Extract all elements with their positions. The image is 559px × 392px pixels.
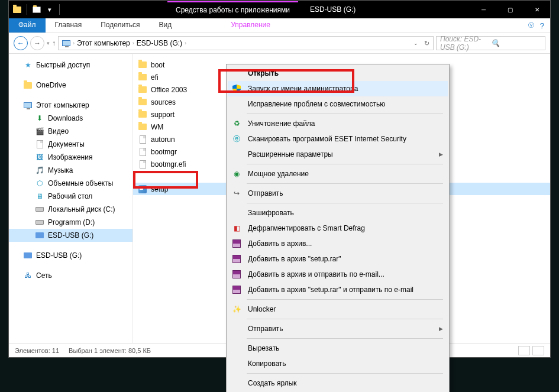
sidebar-programm-drive[interactable]: Programm (D:) bbox=[9, 216, 133, 229]
desktop-icon: 🖥 bbox=[35, 192, 44, 201]
download-icon: ⬇ bbox=[35, 114, 44, 123]
minimize-button[interactable]: ─ bbox=[470, 1, 497, 18]
rar-icon bbox=[231, 238, 242, 249]
cm-send-to-2[interactable]: Отправить▶ bbox=[228, 321, 448, 336]
document-icon bbox=[35, 140, 44, 149]
sidebar-desktop[interactable]: 🖥Рабочий стол bbox=[9, 190, 133, 203]
cm-add-archive[interactable]: Добавить в архив... bbox=[228, 236, 448, 251]
sidebar-onedrive[interactable]: OneDrive bbox=[9, 79, 133, 92]
shield-icon bbox=[231, 83, 242, 94]
folder-icon bbox=[138, 85, 147, 95]
pc-icon bbox=[23, 101, 33, 110]
folder-icon bbox=[138, 98, 147, 107]
cloud-icon bbox=[23, 80, 33, 90]
view-details-button[interactable] bbox=[518, 346, 530, 355]
search-input[interactable]: Поиск: ESD-USB (G:) 🔍 bbox=[436, 36, 545, 50]
sidebar-downloads[interactable]: ⬇Downloads bbox=[9, 112, 133, 125]
eset-icon: ⓔ bbox=[231, 134, 242, 144]
window-title: ESD-USB (G:) bbox=[310, 5, 356, 14]
ribbon-home-tab[interactable]: Главная bbox=[46, 18, 92, 33]
file-icon bbox=[138, 160, 147, 169]
rar-icon bbox=[231, 254, 242, 264]
video-icon: 🎬 bbox=[35, 127, 44, 136]
drive-icon bbox=[35, 218, 44, 227]
search-placeholder: Поиск: ESD-USB (G:) bbox=[440, 35, 491, 51]
ribbon-share-tab[interactable]: Поделиться bbox=[91, 18, 149, 33]
app-icon bbox=[138, 184, 147, 194]
rar-icon bbox=[231, 284, 242, 295]
ribbon-file-tab[interactable]: Файл bbox=[9, 18, 46, 33]
sidebar-network[interactable]: 🖧Сеть bbox=[9, 269, 133, 282]
cm-powerful-delete[interactable]: ◉Мощное удаление bbox=[228, 166, 448, 182]
rar-icon bbox=[231, 269, 242, 280]
sidebar-documents[interactable]: Документы bbox=[9, 138, 133, 151]
sidebar-3d-objects[interactable]: ⬡Объемные объекты bbox=[9, 177, 133, 190]
defrag-icon: ◧ bbox=[231, 223, 242, 234]
cm-send-to[interactable]: ↪Отправить bbox=[228, 186, 448, 201]
wand-icon: ✨ bbox=[231, 304, 242, 315]
cm-eset-scan[interactable]: ⓔСканировать программой ESET Internet Se… bbox=[228, 131, 448, 147]
cm-cut[interactable]: Вырезать bbox=[228, 341, 448, 356]
usb-icon bbox=[35, 231, 44, 240]
sidebar-esd-usb-2[interactable]: ESD-USB (G:) bbox=[9, 249, 133, 262]
breadcrumb-current[interactable]: ESD-USB (G:) bbox=[137, 39, 182, 47]
folder-icon bbox=[138, 110, 147, 119]
cm-copy[interactable]: Копировать bbox=[228, 356, 448, 371]
navigation-pane: ★Быстрый доступ OneDrive Этот компьютер … bbox=[9, 54, 133, 343]
breadcrumb-root[interactable]: Этот компьютер bbox=[77, 39, 130, 47]
nav-forward-button[interactable]: → bbox=[30, 36, 44, 50]
share-icon: ↪ bbox=[231, 188, 242, 199]
cm-shortcut[interactable]: Создать ярлык bbox=[228, 375, 448, 391]
ribbon: Файл Главная Поделиться Вид Управление ⓥ… bbox=[9, 18, 550, 33]
sidebar-video[interactable]: 🎬Видео bbox=[9, 125, 133, 138]
cm-open[interactable]: Открыть bbox=[228, 66, 448, 81]
qa-properties-icon[interactable]: ▾ bbox=[45, 5, 54, 14]
network-icon: 🖧 bbox=[23, 271, 33, 280]
cube-icon: ⬡ bbox=[35, 179, 44, 188]
cm-compat[interactable]: Исправление проблем с совместимостью bbox=[228, 96, 448, 112]
ribbon-manage-tab[interactable]: Управление bbox=[221, 18, 280, 33]
sidebar-this-pc[interactable]: Этот компьютер bbox=[9, 99, 133, 112]
star-icon: ★ bbox=[23, 60, 33, 70]
cm-run-as-admin[interactable]: Запуск от имени администратора bbox=[228, 81, 448, 96]
recycle-icon: ♻ bbox=[231, 118, 242, 129]
ribbon-view-tab[interactable]: Вид bbox=[149, 18, 181, 33]
status-selection: Выбран 1 элемент: 80,5 КБ bbox=[69, 347, 151, 354]
sidebar-local-disk[interactable]: Локальный диск (C:) bbox=[9, 203, 133, 216]
sidebar-images[interactable]: 🖼Изображения bbox=[9, 151, 133, 164]
cm-destroy[interactable]: ♻Уничтожение файла bbox=[228, 116, 448, 131]
folder-icon bbox=[138, 122, 147, 132]
nav-up-button[interactable]: ↑ bbox=[52, 39, 56, 47]
chevron-right-icon: ▶ bbox=[439, 151, 443, 157]
context-menu: Открыть Запуск от имени администратора И… bbox=[226, 64, 450, 392]
image-icon: 🖼 bbox=[35, 153, 44, 162]
titlebar: ▾ Средства работы с приложениями ESD-USB… bbox=[9, 1, 550, 18]
nav-history-icon[interactable]: ▾ bbox=[47, 40, 50, 46]
addressbar: ← → ▾ ↑ › Этот компьютер › ESD-USB (G:) … bbox=[9, 33, 550, 54]
cm-defrag[interactable]: ◧Дефрагментировать с Smart Defrag bbox=[228, 221, 448, 236]
view-icons-button[interactable] bbox=[532, 346, 544, 355]
maximize-button[interactable]: ▢ bbox=[497, 1, 524, 18]
cm-add-email[interactable]: Добавить в архив и отправить по e-mail..… bbox=[228, 267, 448, 282]
cm-encrypt[interactable]: Зашифровать bbox=[228, 205, 448, 221]
cm-unlocker[interactable]: ✨Unlocker bbox=[228, 302, 448, 317]
sidebar-quick-access[interactable]: ★Быстрый доступ bbox=[9, 59, 133, 72]
cm-add-setup-rar[interactable]: Добавить в архив "setup.rar" bbox=[228, 251, 448, 267]
folder-icon bbox=[138, 60, 147, 70]
close-button[interactable]: ✕ bbox=[524, 1, 550, 18]
ribbon-help-icon[interactable]: ? bbox=[540, 21, 544, 30]
cm-ext-params[interactable]: Расширенные параметры▶ bbox=[228, 147, 448, 162]
cm-add-setup-email[interactable]: Добавить в архив "setup.rar" и отправить… bbox=[228, 282, 448, 297]
search-icon: 🔍 bbox=[491, 39, 542, 47]
folder-icon bbox=[138, 73, 147, 82]
chevron-right-icon: ▶ bbox=[439, 326, 443, 332]
nav-back-button[interactable]: ← bbox=[14, 36, 28, 50]
app-icon bbox=[12, 5, 22, 14]
qa-new-folder-icon[interactable] bbox=[32, 5, 41, 14]
sidebar-esd-usb[interactable]: ESD-USB (G:) bbox=[9, 229, 133, 242]
sidebar-music[interactable]: 🎵Музыка bbox=[9, 164, 133, 177]
ribbon-expand-icon[interactable]: ⓥ bbox=[528, 21, 534, 30]
usb-icon bbox=[23, 251, 33, 260]
iobit-icon: ◉ bbox=[231, 169, 242, 179]
breadcrumb[interactable]: › Этот компьютер › ESD-USB (G:) › ⌄ ↻ bbox=[58, 36, 434, 50]
